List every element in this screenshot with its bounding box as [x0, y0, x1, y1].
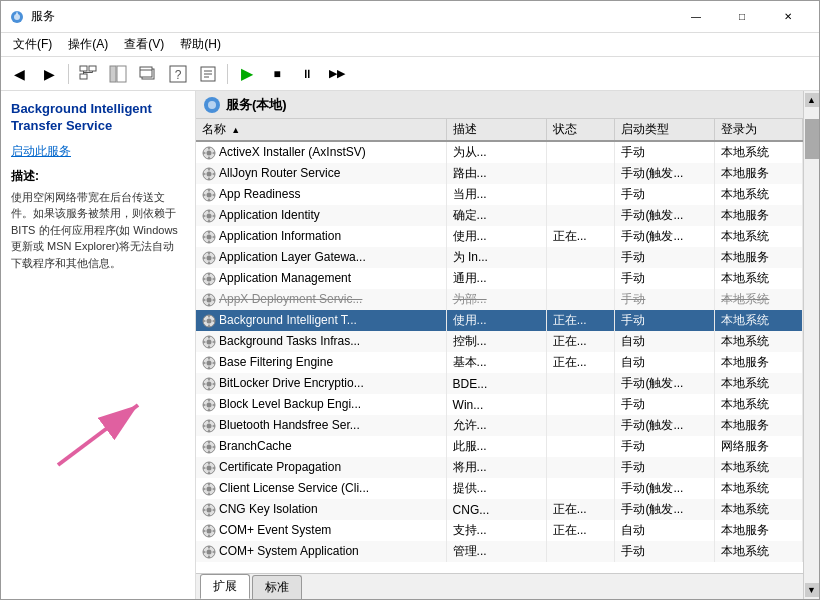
table-header-row: 名称 ▲ 描述 状态 启动类型	[196, 119, 803, 141]
svg-rect-126	[208, 504, 210, 507]
table-row[interactable]: Background Intelligent T... 使用... 正在... …	[196, 310, 803, 331]
menu-action[interactable]: 操作(A)	[60, 34, 116, 55]
svg-point-71	[207, 318, 212, 323]
cell-desc: 为部...	[446, 289, 546, 310]
table-row[interactable]: AllJoyn Router Service 路由... 手动(触发... 本地…	[196, 163, 803, 184]
tab-standard[interactable]: 标准	[252, 575, 302, 599]
svg-rect-43	[208, 219, 210, 222]
menu-view[interactable]: 查看(V)	[116, 34, 172, 55]
table-row[interactable]: Block Level Backup Engi... Win... 手动 本地系…	[196, 394, 803, 415]
cell-desc: CNG...	[446, 499, 546, 520]
cell-startup: 自动	[615, 520, 715, 541]
table-row[interactable]: App Readiness 当用... 手动 本地系统	[196, 184, 803, 205]
table-row[interactable]: Certificate Propagation 将用... 手动 本地系统	[196, 457, 803, 478]
cell-login: 本地服务	[715, 247, 803, 268]
table-row[interactable]: Background Tasks Infras... 控制... 正在... 自…	[196, 331, 803, 352]
cell-login: 本地服务	[715, 415, 803, 436]
tab-extended[interactable]: 扩展	[200, 574, 250, 599]
cell-startup: 手动(触发...	[615, 478, 715, 499]
svg-rect-110	[203, 446, 206, 448]
vertical-scrollbar[interactable]: ▲ ▼	[803, 91, 819, 599]
svg-rect-73	[208, 324, 210, 327]
pause-service-button[interactable]: ⏸	[293, 61, 321, 87]
svg-rect-129	[213, 509, 216, 511]
table-row[interactable]: Application Identity 确定... 手动(触发... 本地服务	[196, 205, 803, 226]
start-service-button[interactable]: ▶	[233, 61, 261, 87]
table-row[interactable]: Base Filtering Engine 基本... 正在... 自动 本地服…	[196, 352, 803, 373]
svg-rect-122	[203, 488, 206, 490]
forward-button[interactable]: ▶	[35, 61, 63, 87]
scroll-thumb[interactable]	[805, 119, 819, 159]
table-row[interactable]: CNG Key Isolation CNG... 正在... 手动(触发... …	[196, 499, 803, 520]
cell-login: 本地服务	[715, 163, 803, 184]
maximize-button[interactable]: □	[719, 1, 765, 33]
table-row[interactable]: Application Layer Gatewa... 为 In... 手动 本…	[196, 247, 803, 268]
svg-rect-80	[203, 341, 206, 343]
svg-rect-108	[208, 441, 210, 444]
back-button[interactable]: ◀	[5, 61, 33, 87]
cell-login: 本地服务	[715, 520, 803, 541]
col-header-startup[interactable]: 启动类型	[615, 119, 715, 141]
table-row[interactable]: BitLocker Drive Encryptio... BDE... 手动(触…	[196, 373, 803, 394]
menu-help[interactable]: 帮助(H)	[172, 34, 229, 55]
stop-service-button[interactable]: ■	[263, 61, 291, 87]
cell-startup: 手动	[615, 184, 715, 205]
svg-rect-115	[208, 471, 210, 474]
svg-rect-54	[208, 252, 210, 255]
cell-startup: 自动	[615, 331, 715, 352]
cell-name: Application Identity	[196, 205, 446, 226]
svg-point-89	[207, 381, 212, 386]
cell-login: 本地服务	[715, 352, 803, 373]
service-name-header: Background Intelligent Transfer Service	[11, 101, 185, 135]
restart-service-button[interactable]: ▶▶	[323, 61, 351, 87]
svg-rect-78	[208, 336, 210, 339]
cell-status	[546, 373, 615, 394]
cell-name: Certificate Propagation	[196, 457, 446, 478]
svg-rect-79	[208, 345, 210, 348]
export-button[interactable]	[194, 61, 222, 87]
services-table-container[interactable]: 名称 ▲ 描述 状态 启动类型	[196, 119, 803, 573]
cell-desc: 确定...	[446, 205, 546, 226]
table-row[interactable]: Application Information 使用... 正在... 手动(触…	[196, 226, 803, 247]
cell-startup: 手动(触发...	[615, 499, 715, 520]
table-row[interactable]: Bluetooth Handsfree Ser... 允许... 手动(触发..…	[196, 415, 803, 436]
col-header-status[interactable]: 状态	[546, 119, 615, 141]
cell-name: CNG Key Isolation	[196, 499, 446, 520]
table-row[interactable]: Client License Service (Cli... 提供... 手动(…	[196, 478, 803, 499]
help-button[interactable]: ?	[164, 61, 192, 87]
menu-file[interactable]: 文件(F)	[5, 34, 60, 55]
table-row[interactable]: Application Management 通用... 手动 本地系统	[196, 268, 803, 289]
col-header-name[interactable]: 名称 ▲	[196, 119, 446, 141]
show-action-pane-button[interactable]	[104, 61, 132, 87]
close-button[interactable]: ✕	[765, 1, 811, 33]
cell-desc: 当用...	[446, 184, 546, 205]
cell-login: 本地系统	[715, 141, 803, 163]
svg-rect-133	[208, 534, 210, 537]
start-service-link[interactable]: 启动此服务	[11, 143, 185, 160]
cell-desc: 允许...	[446, 415, 546, 436]
table-row[interactable]: AppX Deployment Servic... 为部... 手动 本地系统	[196, 289, 803, 310]
cell-startup: 手动	[615, 268, 715, 289]
svg-rect-8	[110, 66, 116, 82]
svg-rect-48	[208, 231, 210, 234]
table-row[interactable]: COM+ System Application 管理... 手动 本地系统	[196, 541, 803, 562]
col-header-login[interactable]: 登录为	[715, 119, 803, 141]
new-window-button[interactable]	[134, 61, 162, 87]
table-row[interactable]: BranchCache 此服... 手动 网络服务	[196, 436, 803, 457]
cell-status: 正在...	[546, 499, 615, 520]
cell-startup: 自动	[615, 352, 715, 373]
show-console-tree-button[interactable]	[74, 61, 102, 87]
cell-name: Application Management	[196, 268, 446, 289]
cell-name: BitLocker Drive Encryptio...	[196, 373, 446, 394]
scroll-up-button[interactable]: ▲	[805, 93, 819, 107]
table-row[interactable]: COM+ Event System 支持... 正在... 自动 本地服务	[196, 520, 803, 541]
services-header-title: 服务(本地)	[226, 96, 287, 114]
svg-rect-132	[208, 525, 210, 528]
scroll-down-button[interactable]: ▼	[805, 583, 819, 597]
col-header-desc[interactable]: 描述	[446, 119, 546, 141]
minimize-button[interactable]: —	[673, 1, 719, 33]
table-row[interactable]: ActiveX Installer (AxInstSV) 为从... 手动 本地…	[196, 141, 803, 163]
svg-rect-27	[213, 152, 216, 154]
cell-login: 网络服务	[715, 436, 803, 457]
svg-rect-81	[213, 341, 216, 343]
